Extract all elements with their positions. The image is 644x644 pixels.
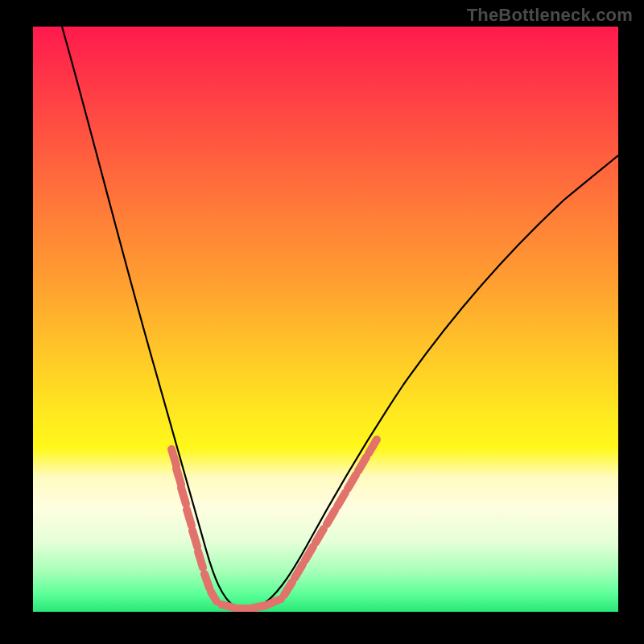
bottleneck-curve — [62, 27, 618, 609]
svg-line-17 — [337, 493, 345, 506]
svg-line-7 — [211, 592, 217, 601]
plot-area — [33, 27, 618, 612]
svg-line-20 — [369, 440, 377, 453]
svg-line-6 — [204, 574, 209, 588]
svg-line-10 — [254, 605, 266, 608]
chart-container: TheBottleneck.com — [0, 0, 644, 644]
highlight-dashes-right — [284, 440, 377, 595]
svg-line-13 — [295, 564, 303, 578]
highlight-dashes-left — [171, 449, 217, 601]
svg-line-15 — [316, 529, 324, 543]
highlight-dashes-bottom — [221, 599, 281, 609]
svg-line-3 — [187, 510, 192, 526]
svg-line-19 — [358, 457, 366, 471]
svg-line-18 — [348, 475, 356, 489]
svg-line-11 — [270, 599, 281, 604]
svg-line-16 — [327, 510, 335, 524]
watermark-text: TheBottleneck.com — [467, 5, 633, 26]
svg-line-1 — [176, 469, 181, 485]
svg-line-14 — [305, 547, 313, 560]
svg-line-12 — [284, 582, 292, 595]
svg-line-4 — [192, 530, 197, 547]
svg-line-2 — [181, 488, 186, 504]
svg-line-5 — [198, 551, 203, 568]
curve-svg — [33, 27, 618, 612]
svg-line-8 — [221, 605, 234, 608]
svg-line-0 — [171, 449, 176, 465]
